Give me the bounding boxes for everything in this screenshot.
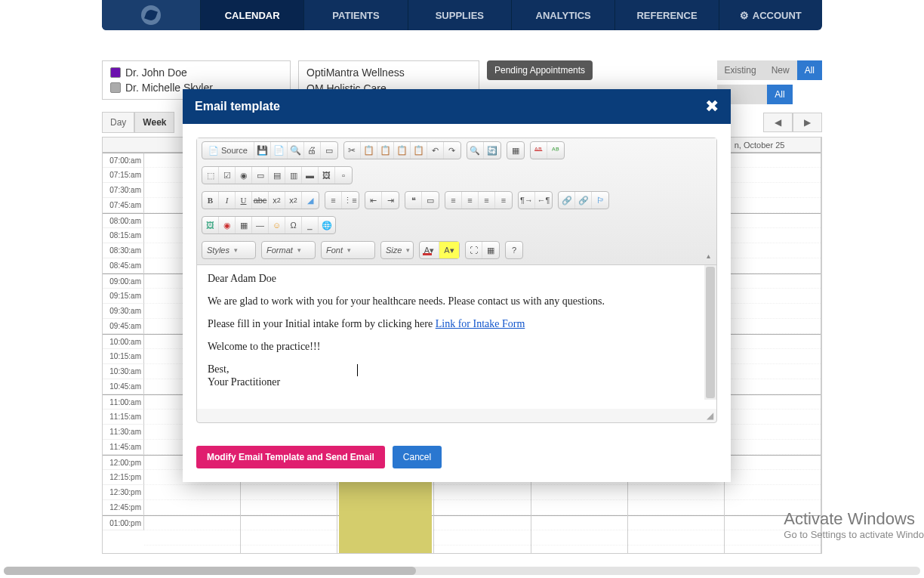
save-icon[interactable]	[254, 142, 271, 159]
unlink-icon[interactable]: 🔗	[575, 192, 592, 209]
editor-toolbar: 📄Source ▭ 🔍	[197, 138, 716, 265]
paste-word-icon[interactable]	[411, 142, 427, 159]
strike-button[interactable]: abc	[252, 192, 269, 209]
windows-watermark: Activate Windows Go to Settings to activ…	[784, 509, 924, 540]
cancel-button[interactable]: Cancel	[393, 446, 442, 468]
modal-body: 📄Source ▭ 🔍	[183, 124, 731, 437]
replace-icon[interactable]: 🔄	[484, 142, 500, 159]
source-button[interactable]: 📄Source	[202, 142, 254, 159]
table-icon[interactable]: ▦	[236, 217, 252, 233]
paste-text-icon[interactable]	[394, 142, 411, 159]
numberlist-icon[interactable]: ≡	[325, 192, 342, 209]
collapse-toolbar-icon[interactable]: ▴	[705, 250, 712, 261]
horizontal-scrollbar[interactable]	[4, 567, 920, 575]
editor-content[interactable]: Dear Adam Doe We are glad to work with y…	[197, 265, 716, 409]
email-signature: Best, Your Practitioner	[208, 363, 706, 388]
removeformat-icon[interactable]: ◢	[302, 192, 319, 209]
textfield-icon[interactable]: ▭	[252, 167, 269, 184]
image-icon[interactable]: 🖼	[202, 217, 219, 233]
iframe-icon[interactable]: 🌐	[319, 217, 335, 233]
align-left-icon[interactable]: ≡	[445, 192, 462, 209]
hidden-icon[interactable]: ▫	[335, 167, 352, 184]
hr-icon[interactable]: —	[252, 217, 269, 233]
font-select[interactable]: Font	[321, 241, 375, 259]
link-icon[interactable]: 🔗	[559, 192, 575, 209]
redo-icon[interactable]	[444, 142, 460, 159]
modal-title: Email template	[195, 100, 280, 113]
selectall-icon[interactable]: ▦	[507, 142, 524, 159]
align-justify-icon[interactable]: ≡	[495, 192, 512, 209]
copy-icon[interactable]	[361, 142, 377, 159]
print-icon[interactable]	[304, 142, 321, 159]
undo-icon[interactable]	[427, 142, 444, 159]
close-icon[interactable]: ✖	[705, 97, 719, 116]
resize-handle[interactable]: ◢	[197, 409, 716, 422]
ltr-icon[interactable]: ¶→	[519, 192, 535, 209]
checkbox-icon[interactable]: ☑	[219, 167, 236, 184]
div-icon[interactable]: ▭	[422, 192, 439, 209]
imagebutton-icon[interactable]: 🖼	[319, 167, 335, 184]
underline-button[interactable]: U	[236, 192, 252, 209]
bulletlist-icon[interactable]: ⋮≡	[342, 192, 359, 209]
align-right-icon[interactable]: ≡	[479, 192, 495, 209]
find-icon[interactable]: 🔍	[467, 142, 484, 159]
rtl-icon[interactable]: ←¶	[535, 192, 552, 209]
maximize-icon[interactable]: ⛶	[466, 242, 482, 258]
button-icon[interactable]: ▬	[302, 167, 319, 184]
email-greeting: Dear Adam Doe	[208, 273, 706, 285]
specialchar-icon[interactable]: Ω	[285, 217, 302, 233]
preview-icon[interactable]	[288, 142, 304, 159]
modal-header: Email template ✖	[183, 89, 731, 124]
italic-button[interactable]: I	[219, 192, 236, 209]
pagebreak-icon[interactable]: ⎯	[302, 217, 319, 233]
email-paragraph: Please fill in your Initial intake form …	[208, 318, 706, 330]
watermark-subtitle: Go to Settings to activate Windo	[784, 529, 924, 540]
blockquote-icon[interactable]: ❝	[405, 192, 422, 209]
about-icon[interactable]: ?	[506, 242, 522, 258]
smiley-icon[interactable]: ☺	[269, 217, 285, 233]
cut-icon[interactable]	[344, 142, 361, 159]
email-paragraph: We are glad to work with you for your he…	[208, 295, 706, 308]
editor-scrollbar[interactable]	[704, 265, 716, 400]
email-template-modal: Email template ✖ 📄Source ▭	[183, 89, 731, 482]
modify-send-button[interactable]: Modify Email Template and Send Email	[196, 446, 385, 468]
text-cursor	[357, 364, 358, 376]
format-select[interactable]: Format	[261, 241, 316, 259]
outdent-icon[interactable]: ⇤	[365, 192, 382, 209]
bold-button[interactable]: B	[202, 192, 219, 209]
flash-icon[interactable]: ◉	[219, 217, 236, 233]
size-select[interactable]: Size	[380, 241, 414, 259]
select-icon[interactable]: ▥	[285, 167, 302, 184]
intake-link[interactable]: Link for Intake Form	[436, 318, 525, 329]
newpage-icon[interactable]	[271, 142, 288, 159]
spellcheck2-icon[interactable]: ᴬᴮ	[547, 142, 564, 159]
spellcheck-icon[interactable]: ᴬᴮ	[531, 142, 547, 159]
align-center-icon[interactable]: ≡	[462, 192, 479, 209]
radio-icon[interactable]: ◉	[236, 167, 252, 184]
indent-icon[interactable]: ⇥	[382, 192, 399, 209]
bgcolor-button[interactable]: A▾	[439, 242, 459, 258]
textarea-icon[interactable]: ▤	[269, 167, 285, 184]
showblocks-icon[interactable]: ▦	[482, 242, 499, 258]
email-paragraph: Welcome to the practice!!!	[208, 341, 706, 353]
superscript-button[interactable]: x2	[285, 192, 302, 209]
rich-editor: 📄Source ▭ 🔍	[196, 138, 717, 423]
paste-icon[interactable]	[377, 142, 394, 159]
templates-icon[interactable]: ▭	[321, 142, 337, 159]
anchor-icon[interactable]: 🏳	[592, 192, 608, 209]
subscript-button[interactable]: x2	[269, 192, 285, 209]
watermark-title: Activate Windows	[784, 509, 924, 529]
form-icon[interactable]: ⬚	[202, 167, 219, 184]
textcolor-button[interactable]: A▾	[420, 242, 439, 258]
styles-select[interactable]: Styles	[202, 241, 256, 259]
modal-footer: Modify Email Template and Send Email Can…	[183, 437, 731, 482]
